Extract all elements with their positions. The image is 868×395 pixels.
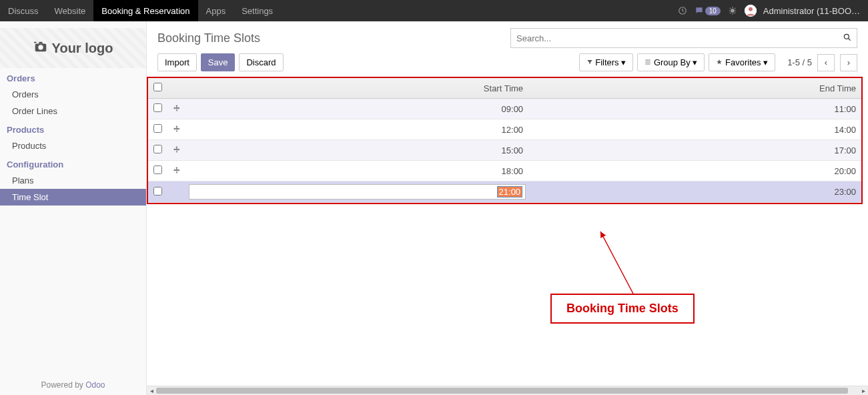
end-time-cell[interactable]: 20:00 (528, 161, 861, 181)
scroll-right-icon[interactable]: ▸ (859, 386, 868, 395)
sidebar: Your logo OrdersOrdersOrder LinesProduct… (0, 21, 147, 395)
table-row[interactable]: 12:0014:00 (148, 119, 861, 140)
drag-handle-icon[interactable] (167, 99, 186, 119)
nav-item[interactable]: Settings (234, 0, 281, 21)
control-panel: Booking Time Slots Import Save Discard (147, 21, 868, 77)
start-time-input[interactable]: 21:00 (189, 184, 526, 200)
page-title: Booking Time Slots (157, 31, 260, 45)
row-checkbox-cell (148, 161, 167, 181)
nav-item[interactable]: Discuss (0, 0, 47, 21)
sidebar-item[interactable]: Plans (0, 172, 146, 189)
end-time-cell[interactable]: 23:00 (528, 181, 861, 203)
row-checkbox[interactable] (153, 165, 162, 174)
sidebar-section-title: Orders (0, 68, 146, 86)
start-time-cell[interactable]: 21:00 (186, 181, 528, 203)
horizontal-scrollbar[interactable]: ◂ ▸ (147, 386, 868, 395)
annotation-arrow (594, 228, 654, 302)
row-checkbox[interactable] (153, 124, 162, 133)
sidebar-item[interactable]: Order Lines (0, 103, 146, 119)
chevron-down-icon: ▾ (763, 57, 768, 67)
start-time-cell[interactable]: 18:00 (186, 161, 528, 181)
row-checkbox[interactable] (153, 187, 162, 195)
groupby-button[interactable]: Group By ▾ (637, 53, 705, 71)
scrollbar-thumb[interactable] (156, 388, 848, 394)
start-time-cell[interactable]: 15:00 (186, 140, 528, 161)
drag-handle-icon (167, 181, 186, 203)
end-time-cell[interactable]: 11:00 (528, 99, 861, 119)
search-box (510, 28, 857, 48)
messages-count: 10 (705, 7, 721, 15)
sidebar-footer: Powered by Odoo (0, 375, 146, 395)
pager-prev-button[interactable]: ‹ (817, 54, 835, 71)
svg-point-3 (749, 7, 753, 11)
row-checkbox[interactable] (153, 103, 162, 112)
scroll-left-icon[interactable]: ◂ (147, 386, 156, 395)
svg-point-7 (844, 34, 849, 39)
chevron-down-icon: ▾ (693, 57, 697, 67)
pager: 1-5 / 5 ‹ › (787, 54, 857, 71)
bug-icon[interactable] (727, 5, 738, 16)
row-checkbox-cell (148, 140, 167, 161)
row-checkbox-cell (148, 181, 167, 203)
logo-zone: Your logo (0, 28, 146, 68)
filters-button[interactable]: Filters ▾ (579, 53, 634, 71)
filters-label: Filters (595, 57, 618, 67)
annotation-callout: Booking Time Slots (550, 294, 695, 324)
end-time-cell[interactable]: 17:00 (528, 140, 861, 161)
camera-icon (33, 39, 48, 57)
clock-icon[interactable] (677, 5, 688, 16)
table-row[interactable]: 18:0020:00 (148, 161, 861, 181)
row-checkbox[interactable] (153, 145, 162, 153)
svg-point-1 (731, 9, 735, 13)
list-table-wrap: Start Time End Time 09:0011:0012:0014:00… (147, 77, 863, 204)
header-checkbox (148, 78, 167, 99)
favorites-button[interactable]: Favorites ▾ (709, 53, 775, 71)
footer-link[interactable]: Odoo (85, 380, 105, 390)
pager-next-button[interactable]: › (840, 54, 857, 71)
footer-prefix: Powered by (41, 380, 85, 390)
sidebar-section-title: Configuration (0, 154, 146, 172)
logo[interactable]: Your logo (33, 39, 113, 57)
save-button[interactable]: Save (201, 53, 236, 71)
sidebar-section-title: Products (0, 119, 146, 137)
table-row[interactable]: 09:0011:00 (148, 99, 861, 119)
svg-rect-6 (33, 41, 36, 43)
messages-badge-wrap[interactable]: 10 (695, 6, 721, 15)
drag-handle-icon[interactable] (167, 161, 186, 181)
drag-handle-icon[interactable] (167, 140, 186, 161)
table-row[interactable]: 21:0023:00 (148, 181, 861, 203)
import-button[interactable]: Import (157, 53, 197, 71)
header-handle (167, 78, 186, 99)
nav-item[interactable]: Apps (198, 0, 234, 21)
nav-item[interactable]: Booking & Reservation (93, 0, 197, 21)
search-icon[interactable] (838, 33, 857, 44)
end-time-cell[interactable]: 14:00 (528, 119, 861, 140)
nav-right: 10 Administrator (11-BOO… (677, 5, 868, 17)
drag-handle-icon[interactable] (167, 119, 186, 140)
nav-menu: DiscussWebsiteBooking & ReservationAppsS… (0, 0, 281, 21)
select-all-checkbox[interactable] (153, 83, 162, 91)
sidebar-item[interactable]: Orders (0, 86, 146, 103)
header-end-time[interactable]: End Time (528, 78, 861, 99)
sidebar-item[interactable]: Time Slot (0, 189, 146, 206)
header-start-time[interactable]: Start Time (186, 78, 528, 99)
svg-line-8 (600, 232, 634, 295)
chevron-down-icon: ▾ (621, 57, 626, 67)
table-row[interactable]: 15:0017:00 (148, 140, 861, 161)
top-navbar: DiscussWebsiteBooking & ReservationAppsS… (0, 0, 868, 21)
pager-text: 1-5 / 5 (787, 57, 812, 67)
discard-button[interactable]: Discard (239, 53, 283, 71)
main-area: Booking Time Slots Import Save Discard (147, 21, 868, 395)
groupby-label: Group By (654, 57, 691, 67)
logo-text: Your logo (52, 41, 113, 56)
time-slot-table: Start Time End Time 09:0011:0012:0014:00… (148, 78, 861, 203)
favorites-label: Favorites (725, 57, 761, 67)
start-time-cell[interactable]: 12:00 (186, 119, 528, 140)
avatar[interactable] (745, 5, 757, 17)
user-name[interactable]: Administrator (11-BOO… (763, 6, 860, 16)
search-input[interactable] (511, 31, 838, 46)
start-time-cell[interactable]: 09:00 (186, 99, 528, 119)
nav-item[interactable]: Website (47, 0, 94, 21)
sidebar-item[interactable]: Products (0, 137, 146, 154)
svg-point-5 (38, 45, 43, 49)
